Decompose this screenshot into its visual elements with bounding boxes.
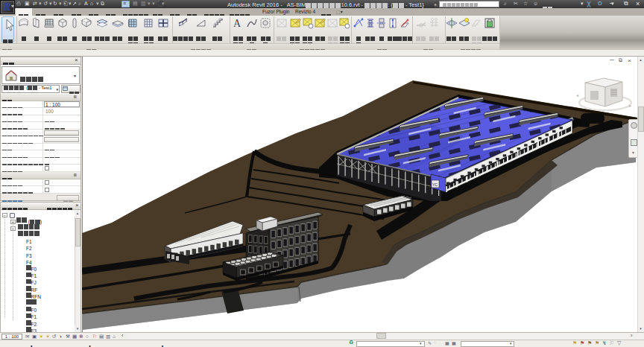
svg-text:▸: ▸ bbox=[629, 104, 631, 108]
svg-text:◂: ◂ bbox=[576, 93, 578, 98]
svg-text:A: A bbox=[233, 18, 242, 29]
svg-text:YC: YC bbox=[432, 182, 438, 187]
